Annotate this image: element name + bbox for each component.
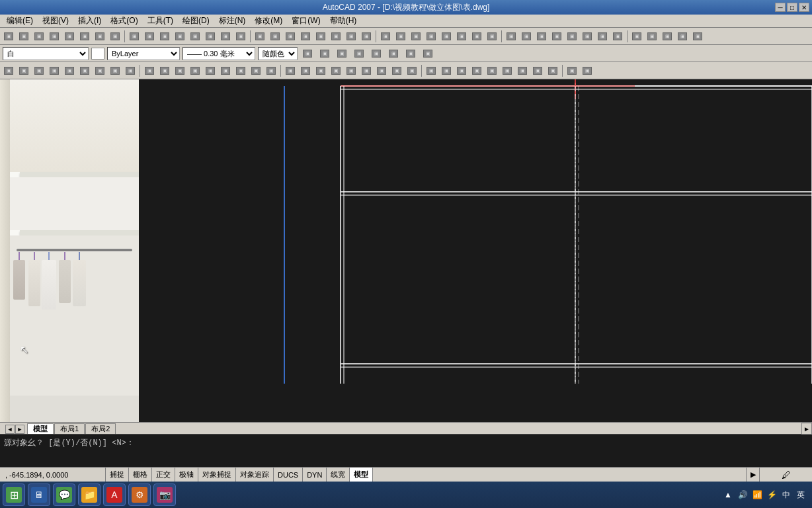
menu-item-m[interactable]: 修改(M) [251,15,286,27]
status-btn-DYN[interactable]: DYN [303,468,327,482]
toolbar-btn-2[interactable]: ▣ [32,29,46,44]
toolbar-btn-7[interactable]: ▣ [108,29,122,44]
layer-tool-btn-5[interactable]: ▣ [386,46,401,61]
tray-icon-2[interactable]: 📶 [751,489,763,501]
status-btn-对象捕捉[interactable]: 对象捕捉 [198,468,236,482]
tb3-btn-34[interactable]: ▣ [530,64,545,78]
toolbar-btn-27[interactable]: ▣ [424,29,438,44]
toolbar-btn-31[interactable]: ▣ [485,29,499,44]
toolbar-btn-40[interactable]: ▣ [629,29,644,44]
tb3-btn-24[interactable]: ▣ [374,64,389,78]
layer-tool-btn-0[interactable]: ▣ [300,46,315,61]
tb3-btn-35[interactable]: ▣ [546,64,560,78]
close-button[interactable]: ✕ [799,3,809,12]
toolbar-btn-13[interactable]: ▣ [203,29,218,44]
menu-item-d[interactable]: 绘图(D) [179,15,214,27]
tb3-btn-32[interactable]: ▣ [500,64,514,78]
tab-布局1[interactable]: 布局1 [54,423,85,434]
toolbar-btn-23[interactable]: ▣ [359,29,374,44]
status-btn-极轴[interactable]: 极轴 [175,468,198,482]
tb3-btn-30[interactable]: ▣ [469,64,484,78]
tb3-btn-12[interactable]: ▣ [188,64,202,78]
tb3-btn-21[interactable]: ▣ [329,64,343,78]
tb3-btn-5[interactable]: ▣ [77,64,92,78]
menu-item-v[interactable]: 视图(V) [38,15,73,27]
toolbar-btn-29[interactable]: ▣ [454,29,469,44]
toolbar-btn-12[interactable]: ▣ [188,29,202,44]
toolbar-btn-3[interactable]: ▣ [47,29,61,44]
status-btn-捕捉[interactable]: 捕捉 [106,468,129,482]
tb3-btn-7[interactable]: ▣ [108,64,122,78]
toolbar-btn-9[interactable]: ▣ [142,29,157,44]
maximize-button[interactable]: □ [787,3,797,12]
toolbar-btn-33[interactable]: ▣ [519,29,534,44]
menu-item-t[interactable]: 工具(T) [143,15,177,27]
toolbar-btn-25[interactable]: ▣ [393,29,408,44]
taskbar-app-window1[interactable]: 🖥 [28,484,50,506]
toolbar-btn-37[interactable]: ▣ [580,29,594,44]
toolbar-btn-0[interactable]: ▣ [1,29,16,44]
menu-item-w[interactable]: 窗口(W) [288,15,324,27]
status-btn-线宽[interactable]: 线宽 [327,468,350,482]
toolbar-btn-4[interactable]: ▣ [62,29,77,44]
lineweight-select[interactable]: —— 0.30 毫米 [183,47,255,60]
toolbar-btn-1[interactable]: ▣ [17,29,31,44]
tab-模型[interactable]: 模型 [27,423,54,434]
menu-item-n[interactable]: 标注(N) [215,15,250,27]
menu-item-i[interactable]: 插入(I) [74,15,105,27]
taskbar-app-explorer[interactable]: 📁 [78,484,101,506]
tab-布局2[interactable]: 布局2 [85,423,116,434]
toolbar-btn-28[interactable]: ▣ [439,29,454,44]
toolbar-btn-21[interactable]: ▣ [329,29,343,44]
layer-select[interactable]: 白 [3,47,89,60]
taskbar-app-wechat[interactable]: 💬 [53,484,75,506]
menu-item-h[interactable]: 帮助(H) [326,15,361,27]
toolbar-btn-16[interactable]: ▣ [253,29,267,44]
toolbar-btn-17[interactable]: ▣ [268,29,282,44]
tab-nav-prev[interactable]: ◄ [5,425,15,434]
taskbar-app-camera[interactable]: 📷 [153,484,176,506]
tb3-btn-18[interactable]: ▣ [283,64,298,78]
menu-item-o[interactable]: 格式(O) [106,15,142,27]
toolbar-btn-18[interactable]: ▣ [283,29,298,44]
tb3-btn-13[interactable]: ▣ [203,64,218,78]
tb3-btn-9[interactable]: ▣ [142,64,157,78]
tb3-btn-37[interactable]: ▣ [580,64,594,78]
tb3-btn-22[interactable]: ▣ [344,64,358,78]
tray-icon-1[interactable]: 🔊 [737,489,749,501]
tb3-btn-1[interactable]: ▣ [17,64,31,78]
start-button[interactable]: ⊞ [3,484,25,506]
status-btn-对象追踪[interactable]: 对象追踪 [236,468,274,482]
toolbar-btn-44[interactable]: ▣ [690,29,705,44]
tb3-btn-16[interactable]: ▣ [249,64,263,78]
tb3-btn-29[interactable]: ▣ [454,64,469,78]
status-btn-模型[interactable]: 模型 [350,468,373,482]
toolbar-btn-22[interactable]: ▣ [344,29,358,44]
taskbar-app-settings[interactable]: ⚙ [128,484,151,506]
tb3-btn-15[interactable]: ▣ [233,64,248,78]
tb3-btn-20[interactable]: ▣ [313,64,328,78]
tray-icon-3[interactable]: ⚡ [766,489,778,501]
toolbar-btn-11[interactable]: ▣ [173,29,187,44]
tb3-btn-23[interactable]: ▣ [359,64,374,78]
tab-scroll-right[interactable]: ► [801,423,812,435]
drawing-area[interactable]: ↖ [0,79,812,422]
linetype-select[interactable]: ByLayer [107,47,180,60]
toolbar-btn-30[interactable]: ▣ [469,29,484,44]
tb3-btn-27[interactable]: ▣ [424,64,438,78]
menu-item-e[interactable]: 编辑(E) [3,15,37,27]
tb3-btn-25[interactable]: ▣ [389,64,404,78]
tb3-btn-36[interactable]: ▣ [565,64,579,78]
toolbar-btn-8[interactable]: ▣ [127,29,142,44]
layer-tool-btn-4[interactable]: ▣ [369,46,384,61]
layer-tool-btn-1[interactable]: ▣ [317,46,332,61]
minimize-button[interactable]: ─ [775,3,786,12]
tray-icon-4[interactable]: 中 [780,489,792,501]
toolbar-btn-5[interactable]: ▣ [77,29,92,44]
toolbar-btn-38[interactable]: ▣ [595,29,610,44]
layer-tool-btn-3[interactable]: ▣ [352,46,366,61]
status-scroll-right[interactable]: ▶ [746,468,759,482]
tb3-btn-11[interactable]: ▣ [173,64,187,78]
tb3-btn-19[interactable]: ▣ [298,64,313,78]
layer-tool-btn-7[interactable]: ▣ [421,46,435,61]
